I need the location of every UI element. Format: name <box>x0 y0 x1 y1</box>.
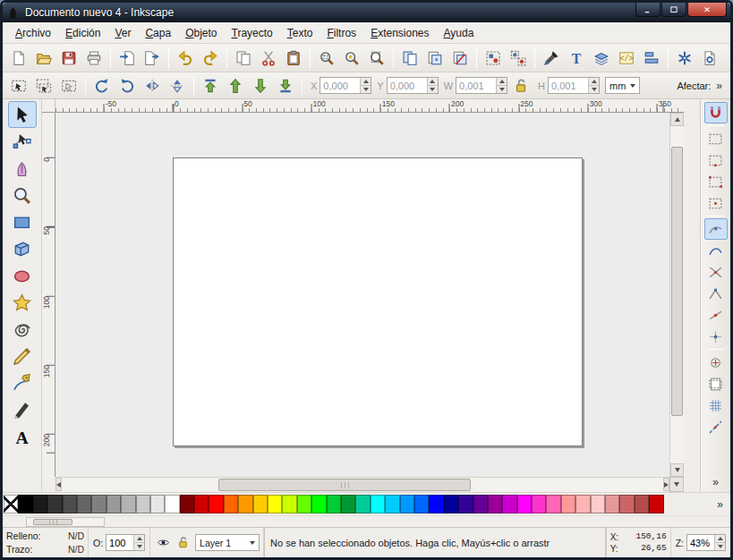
palette-swatch[interactable] <box>268 495 282 513</box>
tool-ellipse-tool-button[interactable] <box>8 262 37 289</box>
palette-swatch[interactable] <box>414 495 429 513</box>
tool-selector-button[interactable] <box>8 101 37 128</box>
cmd-copy-button[interactable] <box>232 47 255 70</box>
vertical-ruler[interactable]: 050100150200 <box>42 113 55 477</box>
palette-swatch[interactable] <box>253 495 268 513</box>
horizontal-scrollbar[interactable] <box>55 477 669 492</box>
snap-cusp-nodes-button[interactable] <box>704 283 728 304</box>
y-spinner[interactable] <box>427 78 438 93</box>
palette-swatch[interactable] <box>194 495 209 513</box>
units-dropdown[interactable]: mm <box>605 77 640 94</box>
palette-swatch[interactable] <box>473 495 488 513</box>
minimize-button[interactable] <box>635 3 661 17</box>
palette-swatch[interactable] <box>297 495 311 513</box>
menu-ayuda[interactable]: Ayuda <box>437 23 482 43</box>
zoom-input[interactable] <box>687 535 714 550</box>
cmd-new-document-button[interactable] <box>7 47 30 70</box>
tc-select-all-layers-button[interactable] <box>32 74 55 98</box>
palette-swatch[interactable] <box>458 495 473 513</box>
tool-spiral-tool-button[interactable] <box>8 316 37 343</box>
tc-rotate-cw-button[interactable] <box>115 74 139 98</box>
menu-texto[interactable]: Texto <box>280 23 320 43</box>
close-button[interactable] <box>687 3 727 17</box>
palette-swatch[interactable] <box>385 495 399 513</box>
palette-swatch[interactable] <box>649 495 663 513</box>
tc-lower-to-bottom-button[interactable] <box>274 74 297 98</box>
tc-deselect-button[interactable] <box>57 74 81 98</box>
cmd-redo-button[interactable] <box>199 47 222 70</box>
height-input[interactable] <box>549 78 588 93</box>
spin-up-icon[interactable] <box>134 535 144 543</box>
palette-swatch[interactable] <box>635 495 649 513</box>
palette-swatch[interactable] <box>224 495 238 513</box>
vertical-scroll-track[interactable] <box>670 126 684 463</box>
menu-objeto[interactable]: Objeto <box>178 23 224 43</box>
snap-intersections-button[interactable] <box>704 261 728 283</box>
tc-flip-vertical-button[interactable] <box>166 74 189 98</box>
tool-rectangle-tool-button[interactable] <box>8 208 37 235</box>
spin-down-icon[interactable] <box>428 86 438 93</box>
opacity-spinner[interactable] <box>133 535 144 550</box>
lock-ratio-button[interactable] <box>509 74 533 98</box>
spin-down-icon[interactable] <box>134 543 144 550</box>
palette-swatch[interactable] <box>371 495 385 513</box>
spin-up-icon[interactable] <box>589 78 599 86</box>
palette-swatch[interactable] <box>91 495 106 513</box>
palette-swatch[interactable] <box>400 495 414 513</box>
y-input[interactable] <box>388 78 427 93</box>
cmd-group-button[interactable] <box>482 47 505 70</box>
tc-rotate-ccw-button[interactable] <box>90 74 114 98</box>
tc-select-all-button[interactable] <box>7 74 30 98</box>
cmd-clone-button[interactable] <box>423 47 447 70</box>
maximize-button[interactable] <box>661 3 686 17</box>
palette-menu-button[interactable]: » <box>710 498 730 511</box>
snap-bbox-edges-button[interactable] <box>704 149 728 171</box>
menu-trayecto[interactable]: Trayecto <box>225 23 280 43</box>
x-spinner[interactable] <box>360 78 371 93</box>
tc-lower-button[interactable] <box>249 74 272 98</box>
palette-swatch[interactable] <box>282 495 296 513</box>
snap-rotation-center-button[interactable] <box>704 352 728 373</box>
tc-raise-to-top-button[interactable] <box>199 74 222 98</box>
palette-swatch[interactable] <box>502 495 516 513</box>
snap-grid-button[interactable] <box>704 395 728 416</box>
palette-swatch[interactable] <box>619 495 634 513</box>
palette-swatch[interactable] <box>33 495 47 513</box>
palette-swatch[interactable] <box>209 495 223 513</box>
spin-up-icon[interactable] <box>361 78 371 86</box>
palette-swatch[interactable] <box>77 495 91 513</box>
scroll-down-button[interactable] <box>670 463 684 477</box>
tc-raise-button[interactable] <box>224 74 247 98</box>
palette-swatch[interactable] <box>591 495 605 513</box>
cmd-save-button[interactable] <box>57 47 81 70</box>
spin-down-icon[interactable] <box>497 86 507 93</box>
cmd-paste-button[interactable] <box>282 47 305 70</box>
scroll-right-button[interactable] <box>663 478 669 491</box>
layer-dropdown[interactable]: Layer 1 <box>195 534 260 551</box>
palette-swatch[interactable] <box>546 495 560 513</box>
tool-box3d-tool-button[interactable] <box>8 235 37 262</box>
snap-midpoints-button[interactable] <box>704 304 728 326</box>
tool-bezier-tool-button[interactable] <box>8 369 37 396</box>
vertical-scroll-thumb[interactable] <box>671 147 683 417</box>
palette-swatch[interactable] <box>605 495 619 513</box>
palette-swatch[interactable] <box>165 495 179 513</box>
snap-nodes-button[interactable] <box>704 218 728 240</box>
spin-up-icon[interactable] <box>715 535 725 543</box>
scroll-left-button[interactable] <box>55 478 62 491</box>
opacity-input[interactable] <box>107 535 133 550</box>
snap-paths-button[interactable] <box>704 240 728 261</box>
palette-swatch[interactable] <box>180 495 194 513</box>
cmd-preferences-button[interactable] <box>673 47 696 70</box>
palette-swatch[interactable] <box>63 495 77 513</box>
snap-enable-button[interactable] <box>704 102 728 123</box>
cmd-layers-dialog-button[interactable] <box>590 47 613 70</box>
cmd-cut-button[interactable] <box>257 47 280 70</box>
tool-star-tool-button[interactable] <box>8 289 37 316</box>
cmd-unlink-clone-button[interactable] <box>448 47 472 70</box>
palette-swatch[interactable] <box>575 495 590 513</box>
cmd-undo-button[interactable] <box>174 47 197 70</box>
scroll-up-button[interactable] <box>670 113 684 126</box>
palette-swatch[interactable] <box>444 495 458 513</box>
cmd-ungroup-button[interactable] <box>507 47 530 70</box>
